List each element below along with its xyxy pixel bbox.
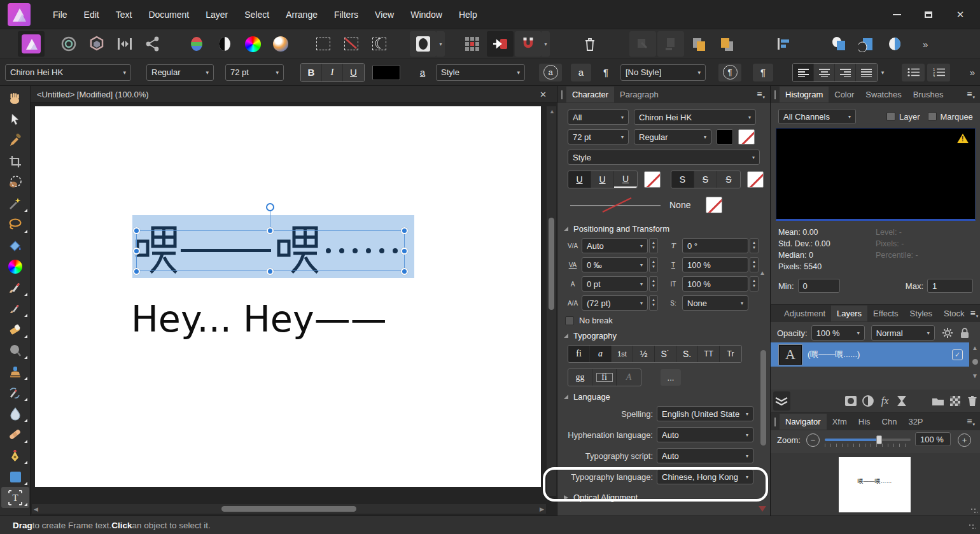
layer-checkbox[interactable] — [886, 112, 895, 121]
menu-item[interactable]: Select — [236, 6, 277, 23]
flood-fill-tool[interactable] — [1, 235, 29, 256]
bold-button[interactable]: B — [301, 64, 322, 81]
scroll-down-icon[interactable]: ▼ — [972, 372, 978, 379]
h-scale-input[interactable]: 100 % — [682, 257, 748, 272]
canvas-vertical-scrollbar[interactable]: ▲ — [547, 106, 556, 496]
document-close-icon[interactable]: ✕ — [536, 90, 550, 99]
paint-brush-tool[interactable] — [1, 277, 29, 298]
flood-select-tool[interactable] — [1, 193, 29, 214]
panel-scroll-thumb[interactable] — [760, 350, 766, 446]
auto-contrast-button[interactable] — [211, 31, 238, 57]
selection-handle[interactable] — [133, 227, 140, 234]
panel-font-size-select[interactable]: 72 pt — [568, 129, 629, 144]
zoom-value-input[interactable]: 100 % — [915, 432, 951, 446]
healing-brush-tool[interactable] — [1, 424, 29, 445]
colour-picker-tool[interactable] — [1, 130, 29, 151]
tab-stock[interactable]: Stock — [938, 306, 970, 321]
min-input[interactable]: 0 — [798, 279, 840, 293]
fractions-button[interactable]: ½ — [633, 346, 655, 362]
selection-handle[interactable] — [133, 248, 140, 255]
arrange-button[interactable] — [773, 391, 790, 411]
layer-visibility-checkbox[interactable]: ✓ — [952, 349, 963, 360]
snapping-caret[interactable]: ▾ — [542, 31, 550, 57]
selection-handle[interactable] — [267, 227, 274, 234]
move-whole-pixels-button[interactable] — [487, 31, 514, 57]
align-left-button[interactable] — [793, 64, 814, 81]
quick-mask-caret[interactable]: ▾ — [437, 31, 445, 57]
spelling-select[interactable]: English (United State — [657, 406, 753, 421]
tab-32bit-preview[interactable]: 32P — [902, 414, 928, 430]
crop-tool[interactable] — [1, 151, 29, 172]
kerning-stepper[interactable] — [649, 238, 658, 253]
font-style-select[interactable]: Regular — [146, 64, 214, 81]
show-special-characters-button[interactable]: ¶ — [753, 64, 773, 81]
opacity-select[interactable]: 100 % — [811, 325, 865, 341]
strikethrough-colour-swatch[interactable] — [747, 171, 764, 188]
character-range-select[interactable]: All — [568, 109, 629, 125]
scroll-up-icon[interactable]: ▲ — [972, 344, 978, 351]
freehand-selection-tool[interactable] — [1, 214, 29, 235]
boolean-add-button[interactable] — [825, 31, 852, 57]
tab-layers[interactable]: Layers — [831, 306, 867, 321]
tab-channels[interactable]: Chn — [876, 414, 903, 430]
move-backward-button[interactable] — [713, 31, 740, 57]
zoom-out-button[interactable]: − — [806, 433, 820, 447]
move-forward-button[interactable] — [685, 31, 712, 57]
v-scale-input[interactable]: 100 % — [682, 276, 748, 292]
tab-character[interactable]: Character — [566, 87, 614, 102]
leading-stepper[interactable] — [649, 295, 658, 311]
ordinals-button[interactable]: 1st — [612, 346, 633, 362]
layer-thumbnail[interactable]: A — [779, 345, 802, 365]
s-style-select[interactable]: None — [682, 295, 748, 311]
menu-item[interactable]: Help — [451, 6, 486, 23]
panel-font-family-select[interactable]: Chiron Hei HK — [634, 109, 756, 125]
text-frame-border[interactable] — [136, 230, 405, 271]
pilcrow-button[interactable]: ¶ — [596, 64, 615, 81]
auto-levels-button[interactable] — [183, 31, 210, 57]
selection-handle[interactable] — [133, 268, 140, 275]
subtract-marquee-button[interactable] — [338, 31, 365, 57]
tab-transform[interactable]: Xfm — [827, 414, 853, 430]
navigator-page-thumbnail[interactable]: 喂——喂…… — [839, 457, 911, 512]
tab-history[interactable]: His — [853, 414, 876, 430]
menu-item[interactable]: Document — [140, 6, 197, 23]
boolean-intersect-button[interactable] — [881, 31, 908, 57]
horizontal-scroll-thumb[interactable] — [221, 506, 356, 512]
alignment-button[interactable] — [770, 31, 797, 57]
new-marquee-button[interactable] — [310, 31, 337, 57]
layer-effects-button[interactable]: fx — [876, 391, 893, 411]
text-colour-swatch[interactable] — [372, 65, 400, 80]
group-button[interactable] — [930, 391, 947, 411]
auto-colour-button[interactable] — [239, 31, 266, 57]
underline-colour-swatch[interactable] — [644, 171, 661, 188]
baseline-select[interactable]: 0 pt — [582, 276, 648, 292]
align-center-button[interactable] — [814, 64, 835, 81]
panel-resize-grip[interactable] — [970, 508, 978, 514]
blend-options-gear-icon[interactable] — [941, 327, 954, 339]
develop-persona-button[interactable] — [83, 31, 110, 57]
menu-item[interactable]: Filters — [326, 6, 367, 23]
double-strike-button[interactable]: S — [717, 171, 740, 188]
view-tool[interactable] — [1, 88, 29, 109]
new-layer-button[interactable] — [947, 391, 964, 411]
toolbar-overflow-button[interactable]: » — [923, 39, 927, 50]
vertical-scroll-thumb[interactable] — [549, 218, 554, 310]
canvas-page[interactable] — [35, 106, 541, 487]
numbered-list-button[interactable]: 123 — [927, 64, 950, 81]
panel-text-style-select[interactable]: Style — [568, 150, 760, 165]
panel-scroll-down-icon[interactable] — [759, 506, 766, 512]
tab-histogram[interactable]: Histogram — [780, 87, 829, 102]
panel-menu-icon[interactable]: ≡ — [757, 89, 765, 100]
scroll-right-icon[interactable]: ▶ — [540, 506, 544, 512]
font-size-select[interactable]: 72 pt — [225, 64, 284, 81]
shear-stepper[interactable] — [750, 238, 759, 253]
menu-item[interactable]: Arrange — [277, 6, 326, 23]
underline-button[interactable]: U — [343, 64, 364, 81]
italic-button[interactable]: I — [322, 64, 343, 81]
quick-mask-button[interactable] — [410, 31, 437, 57]
menu-item[interactable]: Layer — [197, 6, 236, 23]
blur-tool[interactable] — [1, 403, 29, 424]
navigator-preview-area[interactable]: 喂——喂…… — [771, 453, 980, 516]
pixel-tool[interactable] — [1, 298, 29, 319]
typography-script-select[interactable]: Auto — [657, 448, 753, 463]
